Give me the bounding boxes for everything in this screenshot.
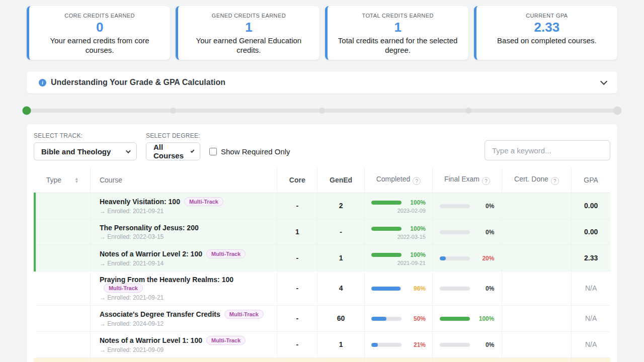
- table-row[interactable]: Notes of a Warrior Level 2: 100Multi-Tra…: [35, 245, 610, 271]
- stepper-dot[interactable]: [465, 108, 471, 114]
- help-icon[interactable]: ?: [551, 177, 559, 185]
- table-row[interactable]: Heavenly Visitation: 100Multi-Track → En…: [35, 193, 610, 219]
- chevron-down-icon[interactable]: [600, 78, 607, 85]
- column-header-type[interactable]: Type▲▼: [35, 167, 90, 193]
- page: CORE CREDITS EARNED 0 Your earned credit…: [27, 0, 617, 362]
- degree-select-value: All Courses: [153, 143, 184, 160]
- completed-progress-bar: [371, 227, 401, 231]
- courses-table: Type▲▼ Course Core GenEd Completed? Fina…: [34, 167, 610, 362]
- course-title[interactable]: The Personality of Jesus: 200: [100, 224, 199, 232]
- multi-track-badge: Multi-Track: [104, 284, 143, 293]
- core-credits: -: [296, 340, 298, 348]
- completed-pct: 96%: [408, 285, 426, 292]
- info-icon: i: [39, 79, 46, 86]
- gened-credits: 4: [339, 284, 343, 292]
- course-title[interactable]: Notes of a Warrior Level 1: 100: [100, 336, 202, 344]
- gpa-value: N/A: [585, 314, 597, 322]
- completed-progress-bar: [371, 201, 401, 205]
- gpa-value: 2.33: [584, 254, 598, 262]
- stepper-dot[interactable]: [170, 108, 176, 114]
- final-exam-cell: 100%: [433, 305, 502, 331]
- final-exam-cell: 20%: [433, 245, 502, 271]
- stat-description: Based on completed courses.: [485, 36, 609, 46]
- completed-date: 2021-09-21: [371, 260, 426, 266]
- degree-select-label: SELECT DEGREE:: [146, 132, 200, 139]
- final-exam-pct: 100%: [476, 315, 494, 322]
- completed-cell: 20%: [364, 357, 432, 362]
- gened-credits: 2: [339, 202, 343, 210]
- course-title[interactable]: Associate's Degree Transfer Credits: [100, 310, 220, 318]
- gpa-explainer-accordion[interactable]: i Understanding Your Grade & GPA Calcula…: [27, 71, 617, 94]
- stepper-dot[interactable]: [319, 108, 325, 114]
- core-credits: -: [296, 254, 298, 262]
- gpa-value: 0.00: [584, 202, 598, 210]
- completed-progress-bar: [371, 253, 401, 257]
- final-exam-pct: 0%: [476, 285, 494, 292]
- completed-pct: 50%: [408, 315, 426, 322]
- column-header-course: Course: [90, 167, 277, 193]
- core-credits: 1: [295, 228, 299, 236]
- help-icon[interactable]: ?: [413, 177, 421, 185]
- completed-date: 2022-03-15: [371, 234, 426, 240]
- course-title[interactable]: Heavenly Visitation: 100: [100, 198, 180, 206]
- stat-value: 2.33: [485, 20, 609, 35]
- cert-done-cell: [502, 331, 571, 357]
- column-header-core: Core: [277, 167, 317, 193]
- degree-select[interactable]: All Courses: [146, 142, 200, 160]
- stepper-dot[interactable]: [613, 107, 622, 115]
- cert-done-cell: [502, 357, 571, 362]
- type-cell: [35, 193, 90, 219]
- enrolled-date: → Enrolled: 2022-03-15: [100, 233, 272, 240]
- sort-icon[interactable]: ▲▼: [74, 177, 78, 184]
- multi-track-badge: Multi-Track: [206, 249, 246, 258]
- table-row[interactable]: Associate's Degree Transfer CreditsMulti…: [35, 305, 610, 331]
- gened-credits: 1: [339, 340, 343, 348]
- completed-pct: 21%: [408, 341, 426, 348]
- stat-label: CURRENT GPA: [485, 13, 609, 19]
- final-exam-progress-bar: [440, 287, 470, 291]
- course-title[interactable]: Praying From the Heavenly Realms: 100: [100, 276, 233, 284]
- completed-progress-bar: [371, 343, 401, 347]
- required-only-label[interactable]: Show Required Only: [221, 147, 290, 156]
- final-exam-cell: 0%: [433, 271, 502, 305]
- cert-done-cell: [502, 245, 571, 271]
- table-row[interactable]: Notes of a Warrior Level 1: 100Multi-Tra…: [35, 331, 610, 357]
- multi-track-badge: Multi-Track: [206, 336, 246, 345]
- completed-pct: 100%: [408, 199, 426, 206]
- completed-pct: 100%: [408, 251, 426, 258]
- table-row[interactable]: Praying From the Heavenly Realms: 100Mul…: [35, 271, 610, 305]
- table-row[interactable]: Required Healing Made Easy Level 1: 300 …: [35, 357, 610, 362]
- course-title[interactable]: Notes of a Warrior Level 2: 100: [100, 250, 202, 258]
- stepper-dot[interactable]: [23, 107, 31, 115]
- completed-cell: 96%: [364, 271, 432, 305]
- enrolled-date: → Enrolled: 2021-09-09: [100, 346, 272, 353]
- stat-cards: CORE CREDITS EARNED 0 Your earned credit…: [27, 6, 617, 60]
- search-input[interactable]: [485, 140, 610, 160]
- completed-cell: 100% 2021-09-21: [364, 245, 432, 271]
- final-exam-pct: 0%: [476, 341, 494, 348]
- required-only-filter: Show Required Only: [209, 147, 290, 156]
- completed-progress-bar: [371, 317, 401, 321]
- required-only-checkbox[interactable]: [209, 148, 217, 155]
- type-cell: [35, 219, 90, 245]
- stat-card-core-credits: CORE CREDITS EARNED 0 Your earned credit…: [27, 6, 170, 60]
- completed-pct: 100%: [408, 225, 426, 232]
- track-select-value: Bible and Theology: [41, 147, 111, 156]
- completed-cell: 50%: [364, 305, 432, 331]
- chevron-down-icon: [126, 148, 131, 153]
- type-cell: [35, 245, 90, 271]
- help-icon[interactable]: ?: [482, 177, 490, 185]
- final-exam-cell: 0%: [433, 331, 502, 357]
- stat-description: Your earned General Education credits.: [186, 36, 311, 55]
- final-exam-progress-bar: [440, 317, 470, 321]
- cert-done-cell: [502, 219, 571, 245]
- track-select[interactable]: Bible and Theology: [34, 142, 137, 160]
- completed-date: 2023-02-09: [371, 208, 426, 214]
- course-cell: Notes of a Warrior Level 1: 100Multi-Tra…: [90, 331, 277, 357]
- completed-progress-bar: [371, 287, 401, 291]
- table-row[interactable]: The Personality of Jesus: 200 → Enrolled…: [35, 219, 610, 245]
- stat-description: Total credits earned for the selected de…: [336, 36, 460, 55]
- final-exam-progress-bar: [440, 256, 470, 260]
- enrolled-date: → Enrolled: 2021-09-21: [100, 208, 272, 215]
- column-header-gpa: GPA: [572, 167, 610, 193]
